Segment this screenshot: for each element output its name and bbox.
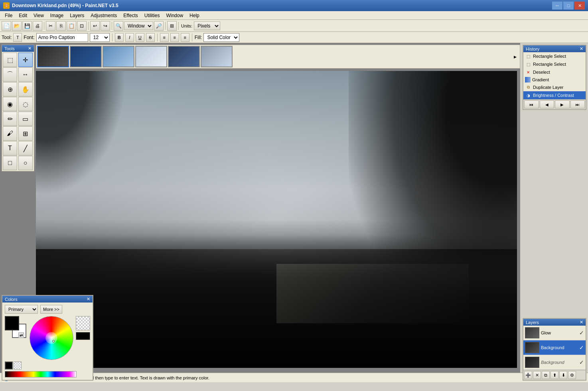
fill-select[interactable]: Solid Color Gradient — [203, 33, 239, 42]
grid-button[interactable]: ⊞ — [167, 21, 177, 31]
new-button[interactable]: 📄 — [2, 21, 11, 31]
layer-check-background-italic[interactable]: ✓ — [579, 359, 584, 365]
thumbnail-2[interactable] — [70, 46, 102, 67]
layer-check-glow[interactable]: ✓ — [579, 330, 584, 336]
thumbnail-1[interactable] — [37, 46, 69, 67]
lasso-tool[interactable]: ⌒ — [3, 67, 17, 82]
window-dropdown[interactable]: Window 50% 100% — [124, 22, 153, 30]
more-colors-button[interactable]: More >> — [40, 305, 62, 314]
layer-item-background[interactable]: Background ✓ — [523, 340, 586, 355]
tools-close-icon[interactable]: ✕ — [28, 46, 32, 51]
colors-close-icon[interactable]: ✕ — [87, 297, 90, 302]
maximize-button[interactable]: □ — [563, 2, 574, 10]
color-mode-dropdown[interactable]: Primary Secondary — [5, 305, 38, 314]
pan-tool[interactable]: ✋ — [18, 82, 33, 96]
strikethrough-button[interactable]: S — [146, 33, 155, 42]
menu-layers[interactable]: Layers — [67, 12, 87, 20]
thumbnail-3[interactable] — [103, 46, 134, 67]
menu-window[interactable]: Window — [163, 12, 186, 20]
image-canvas[interactable] — [36, 71, 517, 368]
color-picker-tool[interactable]: ◌ — [18, 97, 33, 111]
layer-add-button[interactable]: ➕ — [524, 371, 532, 379]
layer-down-button[interactable]: ⬇ — [559, 371, 567, 379]
paintbrush-tool[interactable]: 🖌 — [3, 126, 17, 141]
undo-button[interactable]: ↩ — [90, 21, 100, 31]
tools-panel-header[interactable]: Tools ✕ — [2, 45, 34, 52]
history-item-deselect[interactable]: ✕ Deselect — [523, 68, 586, 76]
layer-item-glow[interactable]: Glow ✓ — [523, 326, 586, 340]
primary-swatch[interactable] — [5, 362, 13, 369]
color-palette-strip[interactable] — [5, 371, 77, 377]
history-item-rectangle-select-2[interactable]: ⬚ Rectangle Select — [523, 60, 586, 68]
paste-button[interactable]: 📋 — [67, 21, 76, 31]
menu-file[interactable]: File — [2, 12, 16, 20]
history-close-icon[interactable]: ✕ — [580, 46, 583, 51]
history-item-duplicate-layer[interactable]: ⧉ Duplicate Layer — [523, 83, 586, 91]
align-right-button[interactable]: ≡ — [181, 33, 189, 42]
eraser-tool[interactable]: ▭ — [18, 112, 33, 126]
rectangle-select-tool[interactable]: ⬚ — [3, 53, 17, 67]
align-left-button[interactable]: ≡ — [160, 33, 169, 42]
history-prev-button[interactable]: ◀ — [540, 100, 554, 108]
cut-button[interactable]: ✂ — [46, 21, 55, 31]
thumbnail-expand-button[interactable]: ▸ — [511, 53, 519, 60]
bold-button[interactable]: B — [115, 33, 124, 42]
redo-button[interactable]: ↪ — [101, 21, 110, 31]
layer-up-button[interactable]: ⬆ — [551, 371, 558, 379]
underline-button[interactable]: U — [136, 33, 144, 42]
italic-button[interactable]: I — [125, 33, 134, 42]
foreground-color-swatch[interactable] — [5, 316, 19, 330]
move-tool[interactable]: ✛ — [18, 53, 33, 67]
paint-bucket-tool[interactable]: ◉ — [3, 97, 17, 111]
ellipse-tool[interactable]: ○ — [18, 156, 33, 170]
swatch-swap-icon[interactable]: ⇄ — [18, 332, 24, 338]
menu-view[interactable]: View — [30, 12, 47, 20]
units-dropdown[interactable]: Pixels Inches cm — [194, 22, 220, 30]
zoom-out-button[interactable]: 🔍 — [114, 21, 123, 31]
line-tool[interactable]: ╱ — [18, 141, 33, 155]
pencil-tool[interactable]: ✏ — [3, 112, 17, 126]
transparency-swatch[interactable] — [76, 316, 90, 330]
history-item-gradient[interactable]: Gradient — [523, 76, 586, 83]
history-next-button[interactable]: ▶ — [555, 100, 570, 108]
print-button[interactable]: 🖨 — [33, 21, 42, 31]
menu-effects[interactable]: Effects — [120, 12, 141, 20]
menu-adjustments[interactable]: Adjustments — [87, 12, 120, 20]
menu-help[interactable]: Help — [186, 12, 203, 20]
secondary-swatch[interactable] — [14, 362, 22, 369]
layers-panel-header[interactable]: Layers ✕ — [523, 319, 586, 326]
menu-edit[interactable]: Edit — [16, 12, 30, 20]
layer-duplicate-button[interactable]: ⧉ — [542, 371, 550, 379]
history-panel-header[interactable]: History ✕ — [523, 45, 586, 52]
zoom-in-button[interactable]: 🔎 — [154, 21, 164, 31]
font-input[interactable] — [36, 33, 88, 42]
text-tool[interactable]: T — [3, 141, 17, 155]
layer-delete-button[interactable]: ✕ — [533, 371, 541, 379]
font-size-select[interactable]: 12 14 16 — [90, 33, 110, 42]
layer-item-background-italic[interactable]: Background ✓ — [523, 355, 586, 370]
save-button[interactable]: 💾 — [22, 21, 32, 31]
crop-button[interactable]: ⊡ — [77, 21, 87, 31]
color-wheel[interactable] — [30, 316, 73, 360]
layer-properties-button[interactable]: ⚙ — [568, 371, 576, 379]
thumbnail-6[interactable] — [201, 46, 233, 67]
history-first-button[interactable]: ⏮ — [524, 100, 539, 108]
clone-stamp-tool[interactable]: ⊞ — [18, 126, 33, 141]
layer-check-background[interactable]: ✓ — [579, 344, 584, 351]
menu-utilities[interactable]: Utilities — [141, 12, 163, 20]
rectangle-shape-tool[interactable]: □ — [3, 156, 17, 170]
open-button[interactable]: 📂 — [12, 21, 22, 31]
copy-button[interactable]: ⎘ — [56, 21, 66, 31]
thumbnail-4[interactable] — [135, 46, 167, 67]
zoom-tool[interactable]: ⊕ — [3, 82, 17, 96]
history-item-brightness[interactable]: ◑ Brightness / Contrast — [523, 91, 586, 99]
close-button[interactable]: ✕ — [574, 2, 585, 10]
move-selection-tool[interactable]: ↔ — [18, 67, 33, 82]
menu-image[interactable]: Image — [47, 12, 67, 20]
align-center-button[interactable]: ≡ — [170, 33, 179, 42]
minimize-button[interactable]: ─ — [552, 2, 562, 10]
tool-icon-button[interactable]: T — [13, 33, 22, 42]
colors-panel-header[interactable]: Colors ✕ — [2, 296, 93, 303]
layers-close-icon[interactable]: ✕ — [580, 320, 583, 325]
history-last-button[interactable]: ⏭ — [570, 100, 585, 108]
